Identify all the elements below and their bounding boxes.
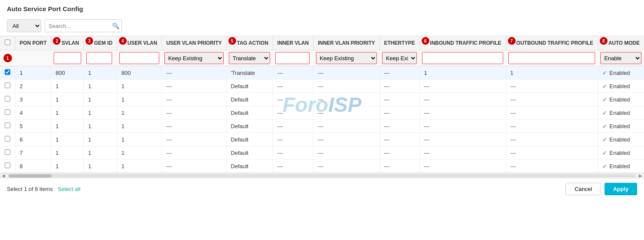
cell-ethertype: --- bbox=[380, 106, 419, 120]
scroll-right-arrow[interactable]: ▶ bbox=[637, 173, 644, 178]
cell-user-vlan-priority: --- bbox=[162, 133, 226, 146]
edit-svlan-input[interactable]: 800 bbox=[54, 52, 81, 64]
table-row: 1 800 1 800 --- 'Translate --- --- --- 1… bbox=[0, 66, 644, 80]
row-checkbox[interactable] bbox=[5, 109, 10, 115]
search-input[interactable] bbox=[45, 19, 122, 32]
cell-inner-vlan-priority: --- bbox=[313, 133, 380, 146]
cell-tag-action: Default bbox=[226, 160, 273, 173]
col-user-vlan: 4 USER VLAN bbox=[117, 36, 161, 50]
row-checkbox-cell[interactable] bbox=[0, 93, 15, 106]
cell-gem-id: 1 bbox=[84, 146, 117, 160]
cell-svlan: 1 bbox=[51, 93, 84, 106]
cell-user-vlan-priority: --- bbox=[162, 146, 226, 160]
cell-pon-port: 1 bbox=[15, 66, 51, 80]
cell-gem-id: 1 bbox=[84, 133, 117, 146]
select-all-checkbox-header[interactable] bbox=[0, 36, 15, 50]
scroll-left-arrow[interactable]: ◀ bbox=[0, 173, 7, 178]
edit-user-vlan-priority-select[interactable]: Keep Existing bbox=[164, 52, 224, 64]
row-checkbox-cell[interactable] bbox=[0, 160, 15, 173]
scrollbar-thumb[interactable] bbox=[9, 174, 52, 178]
edit-outbound-traffic-profile-input[interactable]: 1 bbox=[508, 52, 595, 64]
row-checkbox[interactable] bbox=[5, 163, 10, 168]
cell-svlan: 1 bbox=[51, 146, 84, 160]
cell-user-vlan: 1 bbox=[117, 80, 161, 93]
cell-inbound-traffic-profile: --- bbox=[419, 133, 506, 146]
edit-row: 1 800 1 800 Keep Existing bbox=[0, 50, 644, 66]
cell-outbound-traffic-profile: --- bbox=[506, 93, 598, 106]
row-checkbox-cell[interactable] bbox=[0, 66, 15, 80]
col-gem-id: 3 GEM ID bbox=[84, 36, 117, 50]
table-row: 2 1 1 1 --- Default --- --- --- --- --- … bbox=[0, 80, 644, 93]
row-checkbox-cell[interactable] bbox=[0, 146, 15, 160]
header-checkbox[interactable] bbox=[5, 40, 10, 45]
edit-user-vlan-input[interactable]: 800 bbox=[119, 52, 159, 64]
cell-auto-mode: ✓ Enabled bbox=[598, 80, 644, 93]
edit-gem-id-input[interactable]: 1 bbox=[86, 52, 112, 64]
cell-auto-mode: ✓ Enabled bbox=[598, 160, 644, 173]
apply-button[interactable]: Apply bbox=[605, 183, 637, 195]
select-count-label: Select 1 of 8 items bbox=[7, 186, 53, 192]
cell-user-vlan: 1 bbox=[117, 133, 161, 146]
data-table: PON PORT 2 SVLAN 3 GEM ID 4 USER VLAN US… bbox=[0, 36, 644, 173]
edit-auto-mode-select[interactable]: Enable Disable bbox=[600, 52, 641, 64]
cell-tag-action: Default bbox=[226, 120, 273, 133]
cell-inner-vlan-priority: --- bbox=[313, 120, 380, 133]
cell-outbound-traffic-profile: --- bbox=[506, 80, 598, 93]
table-header-row: PON PORT 2 SVLAN 3 GEM ID 4 USER VLAN US… bbox=[0, 36, 644, 50]
cell-outbound-traffic-profile: --- bbox=[506, 133, 598, 146]
cell-tag-action: Default bbox=[226, 106, 273, 120]
edit-tag-action-select[interactable]: Translate Default bbox=[229, 52, 270, 64]
cell-gem-id: 1 bbox=[84, 93, 117, 106]
row-checkbox-cell[interactable] bbox=[0, 106, 15, 120]
cancel-button[interactable]: Cancel bbox=[565, 183, 601, 195]
filter-select[interactable]: All bbox=[7, 19, 41, 32]
cell-inner-vlan-priority: --- bbox=[313, 66, 380, 80]
cell-inbound-traffic-profile: --- bbox=[419, 120, 506, 133]
cell-pon-port: 6 bbox=[15, 133, 51, 146]
edit-inner-vlan-cell: 1-4094 bbox=[273, 50, 313, 66]
row-checkbox[interactable] bbox=[5, 123, 10, 128]
toolbar: All 🔍 bbox=[0, 16, 644, 36]
col-pon-port: PON PORT bbox=[15, 36, 51, 50]
horizontal-scrollbar[interactable]: ◀ ▶ bbox=[0, 173, 644, 178]
edit-inner-vlan-input[interactable]: 1-4094 bbox=[275, 52, 310, 64]
cell-user-vlan: 1 bbox=[117, 160, 161, 173]
cell-outbound-traffic-profile: --- bbox=[506, 106, 598, 120]
col-outbound-traffic-profile: 7 OUTBOUND TRAFFIC PROFILE bbox=[506, 36, 598, 50]
row-checkbox[interactable] bbox=[5, 69, 10, 75]
cell-tag-action: Default bbox=[226, 146, 273, 160]
cell-outbound-traffic-profile: --- bbox=[506, 146, 598, 160]
table-row: 7 1 1 1 --- Default --- --- --- --- --- … bbox=[0, 146, 644, 160]
cell-pon-port: 3 bbox=[15, 93, 51, 106]
cell-user-vlan: 1 bbox=[117, 146, 161, 160]
cell-user-vlan: 1 bbox=[117, 120, 161, 133]
cell-user-vlan: 1 bbox=[117, 93, 161, 106]
edit-inbound-traffic-profile-input[interactable]: 1 bbox=[422, 52, 503, 64]
cell-ethertype: --- bbox=[380, 146, 419, 160]
cell-inner-vlan: --- bbox=[273, 120, 313, 133]
row-checkbox-cell[interactable] bbox=[0, 80, 15, 93]
cell-outbound-traffic-profile: --- bbox=[506, 160, 598, 173]
cell-inner-vlan-priority: --- bbox=[313, 160, 380, 173]
cell-tag-action: Default bbox=[226, 93, 273, 106]
cell-auto-mode: ✓ Enabled bbox=[598, 93, 644, 106]
badge-6: 6 bbox=[422, 37, 429, 45]
row-checkbox[interactable] bbox=[5, 96, 10, 102]
row-checkbox-cell[interactable] bbox=[0, 120, 15, 133]
select-all-link[interactable]: Select all bbox=[58, 186, 81, 192]
cell-user-vlan: 800 bbox=[117, 66, 161, 80]
edit-ethertype-select[interactable]: Keep Existing bbox=[382, 52, 417, 64]
edit-inner-vlan-priority-select[interactable]: Keep Existing bbox=[316, 52, 377, 64]
cell-svlan: 1 bbox=[51, 120, 84, 133]
row-checkbox-cell[interactable] bbox=[0, 133, 15, 146]
col-ethertype: ETHERTYPE bbox=[380, 36, 419, 50]
col-inner-vlan: INNER VLAN bbox=[273, 36, 313, 50]
row-checkbox[interactable] bbox=[5, 149, 10, 155]
cell-svlan: 1 bbox=[51, 133, 84, 146]
row-checkbox[interactable] bbox=[5, 83, 10, 88]
cell-pon-port: 2 bbox=[15, 80, 51, 93]
cell-inner-vlan: --- bbox=[273, 146, 313, 160]
cell-ethertype: --- bbox=[380, 160, 419, 173]
cell-user-vlan: 1 bbox=[117, 106, 161, 120]
row-checkbox[interactable] bbox=[5, 136, 10, 142]
